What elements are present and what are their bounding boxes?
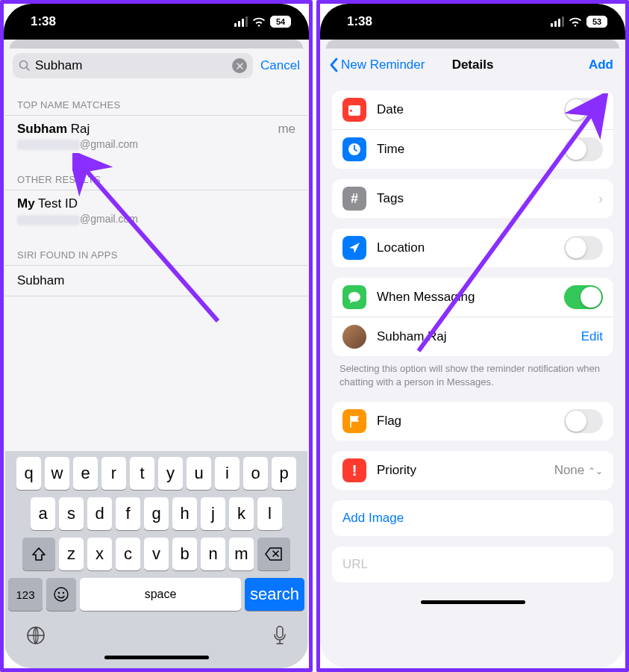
svg-rect-9 xyxy=(348,105,360,109)
status-bar: 1:38 53 xyxy=(320,4,625,40)
contact-row-test-id[interactable]: My Test ID @gmail.com xyxy=(5,190,307,231)
key-f[interactable]: f xyxy=(116,497,140,530)
key-s[interactable]: s xyxy=(59,497,84,530)
key-a[interactable]: a xyxy=(31,497,55,530)
home-indicator[interactable] xyxy=(104,656,209,659)
row-add-image[interactable]: Add Image xyxy=(332,500,613,536)
key-d[interactable]: d xyxy=(87,497,112,530)
key-v[interactable]: v xyxy=(144,538,169,570)
calendar-icon xyxy=(348,104,361,116)
globe-icon[interactable] xyxy=(26,626,46,650)
row-priority[interactable]: ! Priority None ⌃⌄ xyxy=(332,451,613,490)
key-o[interactable]: o xyxy=(243,457,268,490)
chevron-left-icon xyxy=(329,57,338,72)
key-k[interactable]: k xyxy=(229,497,254,530)
search-icon xyxy=(19,60,31,72)
section-top-name: TOP NAME MATCHES xyxy=(5,81,307,115)
key-r[interactable]: r xyxy=(101,457,126,490)
svg-line-1 xyxy=(27,68,30,71)
svg-point-2 xyxy=(54,588,68,601)
key-j[interactable]: j xyxy=(201,497,225,530)
battery-icon: 53 xyxy=(586,16,607,28)
flag-icon xyxy=(349,415,360,428)
updown-icon: ⌃⌄ xyxy=(588,466,603,476)
home-indicator[interactable] xyxy=(421,600,525,604)
cancel-button[interactable]: Cancel xyxy=(260,58,300,73)
toggle-date[interactable] xyxy=(564,98,603,122)
section-siri: SIRI FOUND IN APPS xyxy=(5,231,307,265)
key-m[interactable]: m xyxy=(229,538,254,570)
key-z[interactable]: z xyxy=(59,538,84,570)
key-y[interactable]: y xyxy=(158,457,183,490)
key-n[interactable]: n xyxy=(201,538,225,570)
backspace-key[interactable] xyxy=(257,538,290,570)
sheet-background xyxy=(326,40,619,49)
toggle-location[interactable] xyxy=(564,236,603,260)
email-blurred xyxy=(17,140,80,150)
svg-rect-10 xyxy=(350,110,352,112)
row-contact[interactable]: Subham Raj Edit xyxy=(332,317,613,356)
key-h[interactable]: h xyxy=(172,497,197,530)
key-l[interactable]: l xyxy=(257,497,282,530)
row-location[interactable]: Location xyxy=(332,228,613,267)
search-field[interactable] xyxy=(13,53,253,78)
contact-row-subham[interactable]: Subham Raj me @gmail.com xyxy=(5,115,307,156)
svg-point-3 xyxy=(58,592,60,594)
row-url[interactable]: URL xyxy=(332,547,613,582)
shift-key[interactable] xyxy=(22,538,55,570)
phone-right: 1:38 53 New Reminder Details Add Date xyxy=(316,0,629,672)
clock-icon xyxy=(348,143,361,156)
footnote: Selecting this option will show the remi… xyxy=(322,356,624,391)
key-e[interactable]: e xyxy=(73,457,98,490)
row-tags[interactable]: # Tags › xyxy=(332,179,613,218)
key-q[interactable]: q xyxy=(16,457,41,490)
keyboard: qwertyuiop asdfghjkl zxcvbnm 123 xyxy=(5,451,307,668)
email-blurred xyxy=(17,215,80,225)
key-g[interactable]: g xyxy=(144,497,169,530)
wifi-icon xyxy=(569,17,582,27)
message-icon xyxy=(348,291,361,304)
status-time: 1:38 xyxy=(31,14,56,29)
row-date[interactable]: Date xyxy=(332,90,613,129)
signal-icon xyxy=(234,16,248,27)
wifi-icon xyxy=(252,17,266,27)
key-b[interactable]: b xyxy=(172,538,197,570)
signal-icon xyxy=(551,16,564,27)
clear-icon[interactable] xyxy=(232,58,247,73)
svg-point-4 xyxy=(63,592,64,594)
chevron-right-icon: › xyxy=(598,191,603,207)
battery-icon: 54 xyxy=(270,16,291,28)
number-key[interactable]: 123 xyxy=(8,578,43,611)
space-key[interactable]: space xyxy=(80,578,241,611)
phone-left: 1:38 54 Cancel TOP NAME MATCHES xyxy=(0,0,313,672)
status-bar: 1:38 54 xyxy=(4,4,309,40)
toggle-time[interactable] xyxy=(564,137,603,161)
key-u[interactable]: u xyxy=(187,457,211,490)
back-button[interactable]: New Reminder xyxy=(329,57,425,72)
add-button[interactable]: Add xyxy=(589,57,613,72)
toggle-messaging[interactable] xyxy=(564,285,603,309)
toggle-flag[interactable] xyxy=(564,409,603,433)
mic-icon[interactable] xyxy=(273,626,287,650)
me-tag: me xyxy=(278,122,295,137)
key-c[interactable]: c xyxy=(116,538,140,570)
emoji-key[interactable] xyxy=(46,578,76,611)
hash-icon: # xyxy=(351,191,358,207)
search-key[interactable]: search xyxy=(245,578,304,611)
sheet-background xyxy=(10,40,303,49)
key-t[interactable]: t xyxy=(130,457,154,490)
key-i[interactable]: i xyxy=(215,457,240,490)
row-when-messaging[interactable]: When Messaging xyxy=(332,278,613,317)
key-x[interactable]: x xyxy=(87,538,112,570)
key-w[interactable]: w xyxy=(45,457,69,490)
key-p[interactable]: p xyxy=(272,457,296,490)
edit-button[interactable]: Edit xyxy=(581,329,603,344)
row-flag[interactable]: Flag xyxy=(332,402,613,441)
location-icon xyxy=(348,242,360,254)
siri-result[interactable]: Subham xyxy=(5,265,307,296)
search-input[interactable] xyxy=(35,58,232,73)
avatar xyxy=(342,325,366,349)
priority-icon: ! xyxy=(352,462,357,479)
section-other: OTHER RESULTS xyxy=(5,156,307,190)
row-time[interactable]: Time xyxy=(332,129,613,169)
